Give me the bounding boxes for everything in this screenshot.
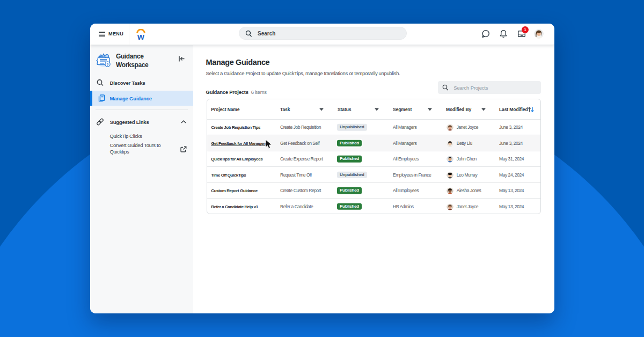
svg-text:w: w <box>137 32 144 41</box>
svg-text:?: ? <box>106 63 108 67</box>
